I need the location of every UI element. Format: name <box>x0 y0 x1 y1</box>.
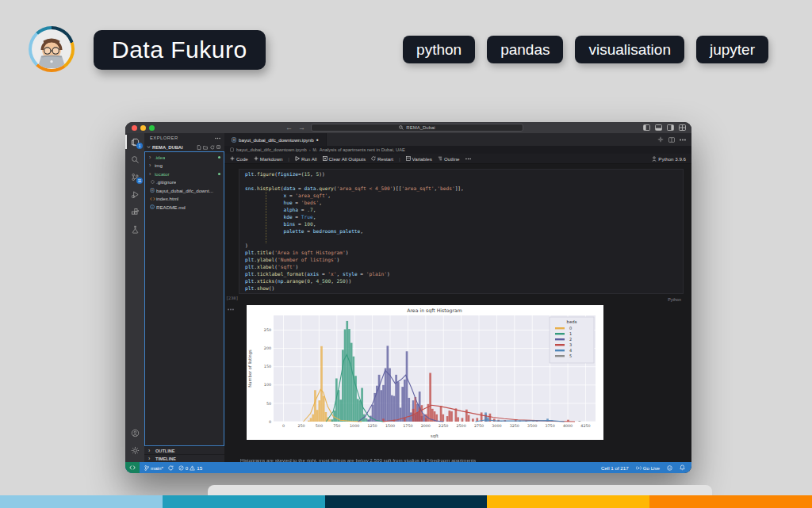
clipped-markdown-row: Histograms are skewed to the right, most… <box>240 457 682 462</box>
extensions-icon[interactable] <box>125 203 144 220</box>
code-line <box>245 178 683 185</box>
code-line: plt.xlabel('sqft') <box>245 264 683 271</box>
cell-language-label[interactable]: Python <box>668 297 681 302</box>
topic-tag[interactable]: pandas <box>487 36 563 63</box>
add-code-cell-button[interactable]: Code <box>230 156 248 162</box>
problems-indicator[interactable]: 0 15 <box>178 465 202 471</box>
search-view-icon[interactable] <box>125 151 144 168</box>
new-file-icon[interactable] <box>197 145 201 150</box>
code-cell[interactable]: plt.figure(figsize=(15, 5)) sns.histplot… <box>239 169 684 294</box>
svg-text:0: 0 <box>269 420 271 424</box>
tree-item-readme-md[interactable]: README.md <box>145 203 224 212</box>
remote-indicator[interactable] <box>125 462 140 473</box>
project-root-row[interactable]: REMA_DUBAI <box>144 143 224 151</box>
file-name: .gitignore <box>156 179 176 185</box>
notebook-tab[interactable]: bayut_dubai_difc_downtown.ipynb ● <box>224 133 327 146</box>
explorer-sidebar: EXPLORER REMA_DUBAI ›.idea›img›locato <box>144 133 224 462</box>
branch-indicator[interactable]: main* <box>144 465 163 471</box>
tree-item-locator[interactable]: ›locator <box>145 170 224 178</box>
source-control-icon[interactable]: 11 <box>125 168 144 185</box>
tree-item-gitignore[interactable]: .gitignore <box>145 178 224 187</box>
dirty-indicator-icon[interactable]: ● <box>316 137 319 142</box>
refresh-icon[interactable] <box>210 145 215 150</box>
customize-layout-icon[interactable] <box>679 124 686 131</box>
sync-indicator[interactable] <box>168 465 174 471</box>
chevron-right-icon: › <box>149 155 154 160</box>
outline-icon <box>438 156 442 161</box>
notebook-toolbar: Code Markdown | Run All Clear All Output… <box>224 154 691 164</box>
history-forward-icon[interactable]: → <box>298 124 305 132</box>
outline-button[interactable]: Outline <box>438 156 460 162</box>
more-actions-icon[interactable] <box>465 158 471 160</box>
history-back-icon[interactable]: ← <box>285 124 293 132</box>
breadcrumb[interactable]: bayut_dubai_difc_downtown.ipynb › M↓ Ana… <box>224 146 691 154</box>
settings-gear-icon[interactable] <box>125 441 144 459</box>
outline-label: OUTLINE <box>155 449 175 453</box>
kernel-picker[interactable]: Python 3.9.6 <box>652 156 686 162</box>
restart-kernel-button[interactable]: Restart <box>371 156 393 162</box>
palette-color-block <box>649 495 812 508</box>
code-line: sns.histplot(data = data.query('area_sqf… <box>245 185 683 193</box>
chevron-down-icon <box>147 145 151 149</box>
warnings-icon <box>190 465 195 471</box>
timeline-section[interactable]: › TIMELINE <box>144 454 224 462</box>
more-actions-icon[interactable] <box>215 137 220 139</box>
scm-badge: 11 <box>136 178 143 184</box>
tree-item-img[interactable]: ›img <box>145 162 224 170</box>
testing-icon[interactable] <box>125 220 144 238</box>
file-name: README.md <box>156 204 186 210</box>
go-live-button[interactable]: Go Live <box>636 465 660 471</box>
tree-item-bayut-dubai-difc-downt[interactable]: bayut_dubai_difc_downt... <box>145 186 224 195</box>
avatar <box>29 26 75 72</box>
git-modified-dot <box>218 173 220 175</box>
variables-button[interactable]: Variables <box>406 156 432 162</box>
clear-all-outputs-button[interactable]: Clear All Outputs <box>323 156 366 162</box>
tab-bar: bayut_dubai_difc_downtown.ipynb ● <box>224 133 691 146</box>
tab-label: bayut_dubai_difc_downtown.ipynb <box>239 137 314 143</box>
feedback-smiley-icon[interactable] <box>667 465 672 471</box>
output-more-actions-icon[interactable] <box>228 308 234 311</box>
topic-tag[interactable]: python <box>403 36 475 63</box>
svg-text:1250: 1250 <box>367 424 377 428</box>
more-actions-icon[interactable] <box>680 139 686 141</box>
svg-text:3750: 3750 <box>546 424 555 428</box>
minimize-button[interactable] <box>140 125 146 131</box>
code-line: plt.figure(figsize=(15, 5)) <box>245 171 683 178</box>
svg-text:4000: 4000 <box>563 424 573 428</box>
svg-text:200: 200 <box>264 346 271 350</box>
zoom-button[interactable] <box>149 125 155 131</box>
tree-item-idea[interactable]: ›.idea <box>145 153 224 162</box>
git-modified-dot <box>218 156 220 159</box>
breadcrumb-file[interactable]: bayut_dubai_difc_downtown.ipynb <box>236 147 307 152</box>
toggle-sidebar-left-icon[interactable] <box>643 124 650 131</box>
git-branch-icon <box>144 465 149 471</box>
add-markdown-cell-button[interactable]: Markdown <box>254 156 283 162</box>
info-icon <box>149 204 155 209</box>
account-icon[interactable] <box>125 424 144 441</box>
run-all-button[interactable]: Run All <box>295 156 317 162</box>
notebook-settings-gear-icon[interactable] <box>657 136 664 143</box>
svg-text:2000: 2000 <box>421 424 431 428</box>
collapse-all-icon[interactable] <box>216 145 221 150</box>
activity-bar: 1 11 <box>125 133 144 462</box>
split-editor-icon[interactable] <box>668 137 675 143</box>
new-folder-icon[interactable] <box>203 145 208 150</box>
plus-icon <box>254 156 259 161</box>
tree-item-index-html[interactable]: index.html <box>145 195 224 204</box>
explorer-icon[interactable]: 1 <box>125 133 144 151</box>
histogram-chart: 0250500750100012501500175020002250250027… <box>247 305 603 440</box>
palette-color-block <box>325 495 488 508</box>
notifications-bell-icon[interactable] <box>680 464 685 471</box>
topic-tag[interactable]: visualisation <box>575 36 684 63</box>
close-button[interactable] <box>132 125 137 131</box>
topic-tag[interactable]: jupyter <box>696 36 768 63</box>
outline-section[interactable]: › OUTLINE <box>144 446 224 454</box>
toggle-sidebar-right-icon[interactable] <box>667 124 674 131</box>
breadcrumb-section[interactable]: Analysis of apartments rent in Dubai, UA… <box>320 147 405 152</box>
cell-indicator[interactable]: Cell 1 of 217 <box>601 465 629 471</box>
toggle-panel-icon[interactable] <box>655 124 662 131</box>
file-name: img <box>155 162 163 168</box>
command-center-search[interactable]: REMA_Dubai <box>311 124 523 132</box>
run-debug-icon[interactable] <box>125 185 144 203</box>
remote-icon <box>129 464 136 471</box>
